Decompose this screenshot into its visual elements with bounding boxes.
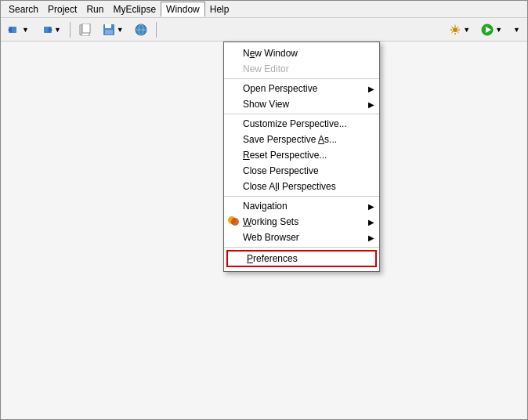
web-browser-arrow: ▶ [368, 234, 374, 242]
working-sets-arrow: ▶ [368, 218, 374, 226]
menu-web-browser[interactable]: Web Browser ▶ [224, 230, 379, 245]
save-icon [103, 24, 115, 36]
close-perspective-label: Close Perspective [243, 165, 319, 176]
toolbar-btn-5[interactable] [131, 21, 151, 38]
new-window-label: New Window [243, 48, 298, 59]
settings-icon [449, 24, 461, 36]
window-dropdown-menu[interactable]: New Window New Editor Open Perspective ▶… [223, 42, 380, 272]
svg-rect-6 [82, 24, 90, 33]
menu-show-view[interactable]: Show View ▶ [224, 96, 379, 112]
file-copy-icon [79, 24, 92, 36]
dropdown-arrow-1: ▼ [22, 26, 29, 34]
menu-bar: Search Project Run MyEclipse Window Help [1, 1, 527, 18]
new-editor-label: New Editor [243, 63, 289, 74]
toolbar-sep-2 [156, 22, 157, 38]
navigation-arrow: ▶ [368, 202, 374, 211]
working-sets-icon [227, 215, 240, 228]
toolbar-btn-settings[interactable]: ▼ [445, 21, 474, 38]
menu-group-new: New Window New Editor [224, 44, 379, 79]
menu-group-preferences: Preferences [224, 248, 379, 270]
dropdown-overlay: New Window New Editor Open Perspective ▶… [1, 42, 527, 419]
menu-customize-perspective[interactable]: Customize Perspective... [224, 116, 379, 132]
menu-open-perspective[interactable]: Open Perspective ▶ [224, 81, 379, 96]
toolbar-btn-run[interactable]: ▼ [477, 21, 506, 38]
menu-preferences[interactable]: Preferences [226, 250, 377, 267]
close-all-perspectives-label: Close All Perspectives [243, 181, 336, 192]
menu-myeclipse[interactable]: MyEclipse [108, 2, 161, 16]
toolbar: ▼ ▼ [1, 18, 527, 42]
forward-icon [40, 24, 52, 36]
menu-group-navigation: Navigation ▶ Working Sets ▶ [224, 197, 379, 248]
working-sets-label: Working Sets [243, 216, 298, 227]
run-icon [481, 24, 494, 36]
back-icon [8, 24, 20, 36]
svg-point-17 [231, 218, 239, 226]
dropdown-arrow-settings: ▼ [463, 26, 470, 34]
show-view-arrow: ▶ [368, 100, 374, 109]
menu-window[interactable]: Window [161, 2, 205, 16]
reset-perspective-label: Reset Perspective... [243, 150, 327, 161]
navigation-label: Navigation [243, 201, 288, 212]
svg-rect-9 [105, 30, 113, 34]
app-window: Search Project Run MyEclipse Window Help… [0, 0, 528, 420]
menu-close-all-perspectives[interactable]: Close All Perspectives [224, 179, 379, 194]
extra-arrows: ▼ [513, 26, 520, 34]
toolbar-btn-2[interactable]: ▼ [36, 21, 65, 38]
toolbar-right: ▼ ▼ ▼ [445, 21, 524, 38]
web-browser-label: Web Browser [243, 232, 299, 243]
svg-point-13 [453, 27, 457, 32]
show-view-label: Show View [243, 99, 289, 110]
menu-search[interactable]: Search [4, 2, 43, 16]
menu-group-customize: Customize Perspective... Save Perspectiv… [224, 114, 379, 197]
toolbar-btn-extra[interactable]: ▼ [509, 24, 524, 36]
menu-working-sets[interactable]: Working Sets ▶ [224, 214, 379, 230]
menu-project[interactable]: Project [43, 2, 81, 16]
customize-perspective-label: Customize Perspective... [243, 118, 347, 129]
toolbar-btn-4[interactable]: ▼ [99, 21, 128, 38]
menu-new-window[interactable]: New Window [224, 45, 379, 61]
toolbar-sep-1 [70, 22, 71, 38]
globe-icon [135, 24, 147, 36]
menu-new-editor: New Editor [224, 61, 379, 77]
menu-group-perspective: Open Perspective ▶ Show View ▶ [224, 79, 379, 114]
save-perspective-label: Save Perspective As... [243, 134, 337, 145]
svg-rect-8 [105, 24, 111, 28]
preferences-label: Preferences [247, 253, 298, 264]
menu-close-perspective[interactable]: Close Perspective [224, 163, 379, 179]
menu-help[interactable]: Help [205, 2, 234, 16]
menu-run[interactable]: Run [81, 2, 108, 16]
open-perspective-label: Open Perspective [243, 83, 317, 94]
dropdown-arrow-3: ▼ [117, 26, 124, 34]
main-content: New Window New Editor Open Perspective ▶… [1, 42, 527, 419]
menu-navigation[interactable]: Navigation ▶ [224, 198, 379, 214]
toolbar-btn-1[interactable]: ▼ [4, 21, 33, 38]
menu-reset-perspective[interactable]: Reset Perspective... [224, 147, 379, 163]
dropdown-arrow-2: ▼ [54, 26, 61, 34]
toolbar-btn-3[interactable] [75, 21, 96, 38]
dropdown-arrow-run: ▼ [495, 26, 502, 34]
open-perspective-arrow: ▶ [368, 85, 374, 93]
menu-save-perspective[interactable]: Save Perspective As... [224, 132, 379, 147]
